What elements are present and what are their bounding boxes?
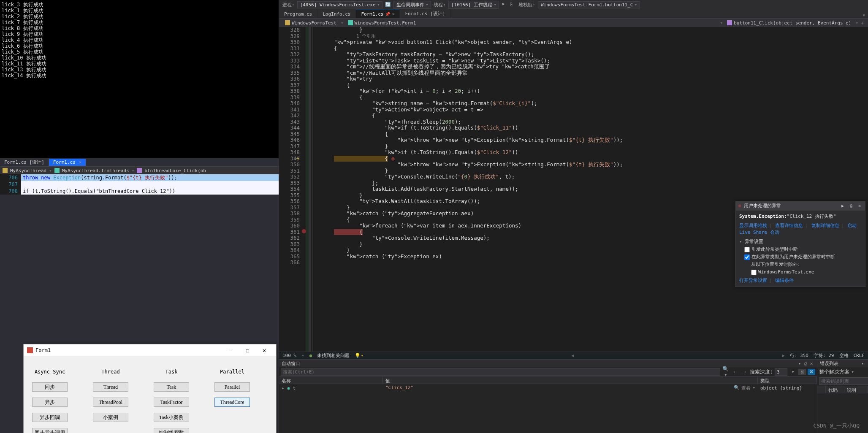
stack-dropdown[interactable]: WindowsFormsTest.Form1.button11_C bbox=[538, 1, 640, 8]
status-line[interactable]: 行: 350 bbox=[790, 352, 808, 359]
form-button-ThreadPool[interactable]: ThreadPool bbox=[93, 398, 128, 407]
pin-icon[interactable]: 📌 bbox=[385, 12, 390, 16]
status-col[interactable]: 字符: 29 bbox=[814, 352, 834, 359]
hscroll-left-icon[interactable]: ◀ bbox=[571, 353, 574, 358]
bc-method[interactable]: btnThreadCore_Click(ob bbox=[144, 168, 206, 173]
breakpoint-icon[interactable] bbox=[302, 229, 306, 233]
close-icon[interactable]: ✕ bbox=[256, 347, 273, 354]
errorlist-search-input[interactable] bbox=[819, 377, 868, 385]
col-desc[interactable]: 说明 bbox=[844, 386, 868, 393]
search-icon[interactable]: 🔍 bbox=[734, 385, 740, 391]
autos-panel[interactable]: 自动窗口 ▾ ⎙ ✕ 🔍▾ ← → 搜索深度: ▾ ⎘ ⌘ bbox=[279, 360, 817, 433]
depth-dd-icon[interactable]: ▾ bbox=[789, 369, 797, 375]
bc-method[interactable]: button11_Click(object sender, EventArgs … bbox=[724, 20, 854, 26]
thread-dropdown[interactable]: [10156] 工作线程 bbox=[448, 1, 499, 9]
nav-prev-icon[interactable]: ← bbox=[731, 369, 739, 375]
chk-except-module[interactable]: WindowsFormsTest.exe bbox=[751, 269, 862, 276]
add-button-icon[interactable]: ＋ bbox=[860, 20, 865, 26]
panel-menu-icon[interactable]: ▾ bbox=[797, 361, 803, 366]
form-button-同步[interactable]: 同步 bbox=[32, 382, 68, 392]
nav-next-icon[interactable]: → bbox=[741, 369, 748, 375]
col-value[interactable]: 值 bbox=[383, 377, 758, 384]
autos-row[interactable]: ▸ ◉ t "Click_12"🔍查看▾ object {string} bbox=[279, 384, 817, 392]
lightbulb-icon[interactable]: 💡▾ bbox=[355, 353, 363, 358]
output-line: lick_8 执行成功 bbox=[2, 25, 277, 31]
method-icon bbox=[137, 168, 142, 173]
thread-icon[interactable]: ⎘ bbox=[510, 2, 516, 8]
form-button-TaskFactor[interactable]: TaskFactor bbox=[154, 398, 189, 407]
code-editor[interactable]: 3283293303313323333343353363373383393403… bbox=[279, 27, 868, 352]
form-button-异步[interactable]: 异步 bbox=[32, 398, 68, 407]
minimize-icon[interactable]: — bbox=[222, 347, 239, 354]
editor-tab[interactable]: Program.cs bbox=[279, 10, 317, 18]
exception-settings-header[interactable]: 异常设置 bbox=[739, 238, 862, 245]
tab-form1-design[interactable]: Form1.cs [设计] bbox=[0, 158, 49, 166]
play-icon[interactable]: ▶ bbox=[840, 203, 846, 209]
bc-class[interactable]: MyAsyncThread.frmThreads bbox=[62, 168, 129, 173]
col-type[interactable]: 类型 bbox=[758, 377, 817, 384]
lifecycle-icon[interactable]: 🔄 bbox=[385, 2, 391, 8]
editor-tab[interactable]: Form1.cs📌× bbox=[356, 10, 400, 18]
form-button-ThreadCore[interactable]: ThreadCore bbox=[214, 398, 250, 407]
lookup-label[interactable]: 查看 bbox=[741, 385, 751, 391]
form-button-小案例[interactable]: 小案例 bbox=[93, 413, 128, 422]
flag-icon[interactable]: ⚑ bbox=[502, 2, 507, 8]
exception-popup[interactable]: ⊗ 用户未处理的异常 ▶ ⎙ ✕ System.Exception:"Click… bbox=[735, 201, 865, 287]
lifecycle-dropdown[interactable]: 生命周期事件 bbox=[393, 1, 431, 9]
pin-icon[interactable]: ⎙ bbox=[803, 361, 808, 366]
col-code[interactable]: 代码 bbox=[826, 386, 844, 393]
errorlist-title: 错误列表 bbox=[820, 360, 838, 367]
panel-menu-icon[interactable]: ▾ bbox=[860, 361, 865, 366]
output-line: lick_5 执行成功 bbox=[2, 49, 277, 55]
zoom-level[interactable]: 100 % bbox=[282, 353, 296, 358]
form1-window[interactable]: Form1 — ☐ ✕ Async Sync同步异步异步回调同步异步调用Thre… bbox=[23, 344, 277, 433]
search-icon[interactable]: 🔍▾ bbox=[722, 366, 730, 378]
error-icon[interactable]: ⊗ bbox=[391, 156, 394, 162]
overflow-icon[interactable]: ▾ bbox=[860, 12, 868, 18]
toggle1-icon[interactable]: ⎘ bbox=[798, 369, 806, 375]
editor-tab[interactable]: LogInfo.cs bbox=[317, 10, 356, 18]
editor-tab[interactable]: Form1.cs [设计] bbox=[400, 9, 450, 18]
link-view-details[interactable]: 查看详细信息 bbox=[775, 223, 803, 228]
issues-label[interactable]: 未找到相关问题 bbox=[317, 352, 350, 359]
form-button-同步异步调用[interactable]: 同步异步调用 bbox=[32, 428, 68, 433]
link-open-exception-settings[interactable]: 打开异常设置 bbox=[739, 278, 767, 283]
col-name[interactable]: 名称 bbox=[279, 377, 383, 384]
method-icon bbox=[727, 20, 732, 25]
output-line: lick_11 执行成功 bbox=[2, 61, 277, 67]
chk-break-on-unhandled[interactable]: 在此异常类型为用户未处理的异常时中断 bbox=[744, 254, 862, 260]
close-icon[interactable]: ✕ bbox=[857, 203, 863, 209]
bc-cls[interactable]: WindowsFormsTest.Form1 bbox=[345, 20, 719, 26]
link-show-callstack[interactable]: 显示调用堆栈 bbox=[739, 223, 767, 228]
form-header: Async Sync bbox=[35, 369, 65, 375]
toggle2-icon[interactable]: ⌘ bbox=[808, 369, 815, 375]
right-panel: 进程: [4056] WindowsFormsTest.exe 🔄 生命周期事件… bbox=[279, 0, 868, 433]
status-spaces[interactable]: 空格 bbox=[839, 352, 849, 359]
col-icon[interactable] bbox=[817, 386, 826, 393]
bc-ns[interactable]: WindowsFormsTest bbox=[282, 20, 339, 26]
process-dropdown[interactable]: [4056] WindowsFormsTest.exe bbox=[297, 1, 382, 8]
class-icon bbox=[54, 168, 60, 173]
form-button-Task[interactable]: Task bbox=[154, 382, 189, 392]
form-button-Task小案例[interactable]: Task小案例 bbox=[154, 413, 189, 422]
form-titlebar[interactable]: Form1 — ☐ ✕ bbox=[24, 344, 276, 356]
autos-search-input[interactable] bbox=[281, 368, 720, 376]
hscroll-right-icon[interactable]: ▶ bbox=[782, 353, 785, 358]
pin-icon[interactable]: ⎙ bbox=[848, 203, 854, 209]
form-button-Thread[interactable]: Thread bbox=[93, 382, 128, 392]
link-edit-conditions[interactable]: 编辑条件 bbox=[775, 278, 794, 283]
status-crlf[interactable]: CRLF bbox=[854, 353, 865, 358]
chk-break-on-throw[interactable]: 引发此异常类型时中断 bbox=[744, 246, 862, 253]
form-button-Parallel[interactable]: Parallel bbox=[214, 382, 250, 392]
link-copy-details[interactable]: 复制详细信息 bbox=[811, 223, 839, 228]
form-button-异步回调[interactable]: 异步回调 bbox=[32, 413, 68, 422]
form-button-控制线程数[interactable]: 控制线程数 bbox=[154, 428, 189, 433]
close-icon[interactable]: ✕ bbox=[808, 361, 814, 366]
tab-form1-cs[interactable]: Form1.cs× bbox=[49, 159, 87, 166]
scope-dropdown[interactable]: 整个解决方案 bbox=[819, 368, 849, 376]
maximize-icon[interactable]: ☐ bbox=[239, 347, 256, 354]
bc-namespace[interactable]: MyAsyncThread bbox=[10, 168, 46, 173]
close-icon[interactable]: × bbox=[79, 160, 82, 165]
close-icon[interactable]: × bbox=[392, 12, 394, 16]
depth-input[interactable] bbox=[775, 368, 787, 376]
